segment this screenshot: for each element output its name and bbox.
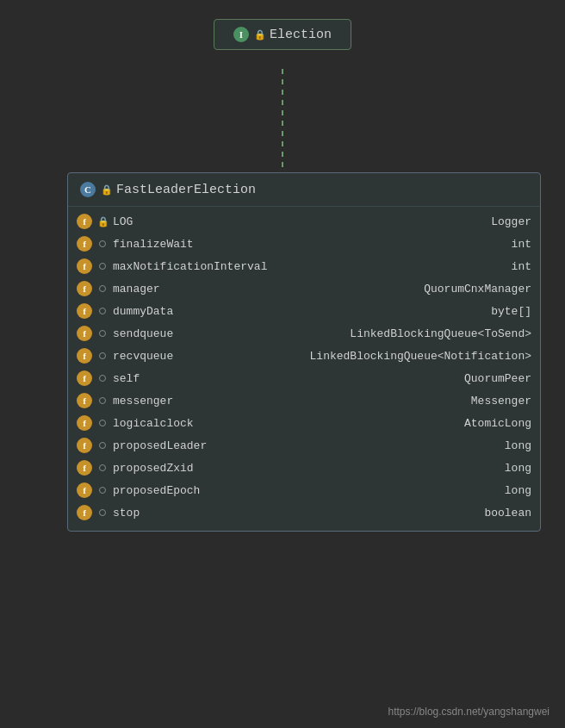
visibility-icon — [99, 509, 106, 516]
visibility-icon — [99, 263, 106, 270]
field-type: byte[] — [491, 305, 531, 318]
field-type: int — [512, 238, 531, 251]
table-row: flogicalclockAtomicLong — [68, 412, 540, 434]
field-name: stop — [113, 507, 479, 520]
fle-class-box: C 🔒 FastLeaderElection f🔒LOGLoggerffinal… — [67, 172, 541, 532]
visibility-icon — [99, 285, 106, 292]
field-icon: f — [77, 393, 92, 408]
field-name: self — [113, 372, 459, 385]
visibility-icon — [99, 330, 106, 337]
table-row: fsendqueueLinkedBlockingQueue<ToSend> — [68, 322, 540, 345]
interface-icon: I — [233, 27, 249, 42]
field-icon: f — [77, 348, 92, 364]
field-type: boolean — [484, 507, 531, 520]
field-type: Messenger — [471, 395, 531, 408]
table-row: fproposedEpochlong — [68, 479, 540, 501]
election-title: Election — [270, 28, 332, 42]
field-type: LinkedBlockingQueue<ToSend> — [350, 327, 531, 340]
visibility-icon — [99, 420, 106, 426]
field-name: LOG — [113, 215, 486, 228]
fle-lock-icon: 🔒 — [101, 184, 111, 196]
table-row: fmessengerMessenger — [68, 389, 540, 412]
field-name: manager — [113, 283, 419, 296]
field-name: proposedEpoch — [113, 484, 500, 497]
field-type: Logger — [491, 215, 531, 228]
visibility-icon — [99, 487, 106, 494]
field-icon: f — [77, 438, 92, 453]
visibility-icon: 🔒 — [97, 216, 108, 227]
election-node: I 🔒 Election — [214, 19, 351, 50]
visibility-icon — [99, 352, 106, 359]
table-row: ffinalizeWaitint — [68, 233, 540, 255]
field-name: proposedZxid — [113, 462, 500, 475]
field-icon: f — [77, 326, 92, 341]
table-row: fmaxNotificationIntervalint — [68, 255, 540, 277]
visibility-icon — [99, 464, 106, 471]
fle-class-title: FastLeaderElection — [116, 183, 256, 197]
field-type: AtomicLong — [464, 417, 531, 430]
visibility-icon — [99, 442, 106, 449]
field-icon: f — [77, 482, 92, 498]
field-icon: f — [77, 415, 92, 431]
field-name: finalizeWait — [113, 238, 506, 251]
table-row: fstopboolean — [68, 501, 540, 524]
table-row: fproposedLeaderlong — [68, 434, 540, 457]
dashed-line — [282, 69, 283, 181]
table-row: fmanagerQuorumCnxManager — [68, 277, 540, 300]
visibility-icon — [99, 308, 106, 314]
field-name: proposedLeader — [113, 439, 500, 452]
field-type: long — [505, 439, 531, 452]
field-icon: f — [77, 281, 92, 296]
field-icon: f — [77, 505, 92, 520]
field-type: QuorumCnxManager — [424, 283, 531, 296]
visibility-icon — [99, 375, 106, 382]
field-icon: f — [77, 236, 92, 252]
table-row: f🔒LOGLogger — [68, 210, 540, 233]
inheritance-connector — [276, 60, 289, 181]
election-lock-icon: 🔒 — [254, 29, 264, 40]
field-type: long — [505, 462, 531, 475]
field-name: dummyData — [113, 305, 486, 318]
field-type: LinkedBlockingQueue<Notification> — [310, 350, 531, 363]
field-type: QuorumPeer — [464, 372, 531, 385]
field-icon: f — [77, 214, 92, 229]
field-name: logicalclock — [113, 417, 459, 430]
field-name: recvqueue — [113, 350, 305, 363]
visibility-icon — [99, 397, 106, 404]
field-icon: f — [77, 303, 92, 319]
field-name: messenger — [113, 395, 466, 408]
table-row: fdummyDatabyte[] — [68, 300, 540, 322]
table-row: fselfQuorumPeer — [68, 367, 540, 389]
table-row: fproposedZxidlong — [68, 457, 540, 479]
field-name: sendqueue — [113, 327, 345, 340]
field-name: maxNotificationInterval — [113, 260, 506, 273]
diagram-container: I 🔒 Election C 🔒 FastLeaderElection f🔒LO… — [0, 0, 565, 728]
class-icon: C — [80, 182, 96, 197]
field-icon: f — [77, 370, 92, 386]
field-type: long — [505, 484, 531, 497]
fields-list: f🔒LOGLoggerffinalizeWaitintfmaxNotificat… — [68, 210, 540, 524]
field-icon: f — [77, 460, 92, 476]
visibility-icon — [99, 240, 106, 247]
fle-header: C 🔒 FastLeaderElection — [68, 173, 540, 207]
table-row: frecvqueueLinkedBlockingQueue<Notificati… — [68, 345, 540, 367]
field-type: int — [512, 260, 531, 273]
watermark: https://blog.csdn.net/yangshangwei — [388, 706, 549, 718]
field-icon: f — [77, 258, 92, 274]
